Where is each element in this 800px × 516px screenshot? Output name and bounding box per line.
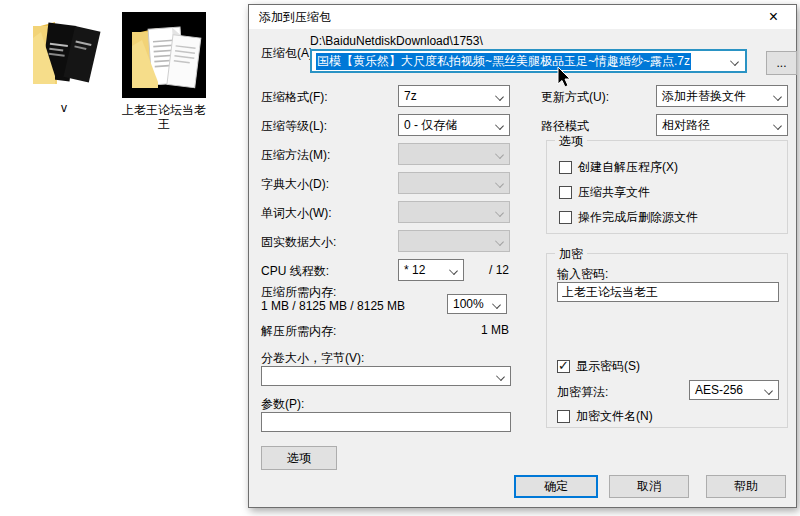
help-button[interactable]: 帮助 [706,475,786,498]
cancel-button[interactable]: 取消 [609,475,689,498]
checkbox-show-password[interactable]: 显示密码(S) [557,358,640,375]
options-group: 选项 创建自解压程序(X) 压缩共享文件 操作完成后删除源文件 [546,140,788,234]
parameters-input[interactable] [261,412,511,432]
desktop-icon-laowang[interactable]: 上老王论坛当老王 [119,12,209,131]
dialog-title: 添加到压缩包 [249,9,331,26]
checkbox-icon[interactable] [557,360,570,373]
close-icon[interactable]: × [751,5,796,29]
folder-icon [122,12,206,98]
checkbox-label: 显示密码(S) [576,358,640,375]
chevron-down-icon [495,179,504,188]
format-value: 7z [404,89,417,103]
chevron-down-icon [495,121,504,130]
memory-compress-detail: 1 MB / 8125 MB / 8125 MB [261,299,405,313]
update-mode-value: 添加并替换文件 [662,89,746,103]
dictionary-combobox [398,172,510,194]
format-combobox[interactable]: 7z [398,85,510,107]
cpu-threads-combobox[interactable]: * 12 [398,259,464,281]
solid-block-label: 固实数据大小: [261,234,336,251]
memory-decompress-label: 解压所需内存: [261,323,336,340]
encryption-method-label: 加密算法: [557,384,608,401]
chevron-down-icon [496,372,505,381]
chevron-down-icon [492,300,501,309]
archive-filename-selected: 国模【黄乐然】大尺度私拍视频~黑丝美腿极品玉足~情趣婚纱~露点.7z [316,53,691,70]
desktop-icon-v[interactable]: v [22,14,106,115]
level-value: 0 - 仅存储 [404,118,457,132]
path-mode-combobox[interactable]: 相对路径 [656,114,788,136]
checkbox-label: 加密文件名(N) [576,408,653,425]
update-mode-label: 更新方式(U): [541,89,609,106]
checkbox-create-sfx[interactable]: 创建自解压程序(X) [559,159,678,176]
method-combobox [398,143,510,165]
volume-size-label: 分卷大小，字节(V): [261,350,364,367]
memory-percent-value: 100% [453,297,484,311]
password-label: 输入密码: [557,266,608,283]
encryption-method-value: AES-256 [695,383,743,397]
level-combobox[interactable]: 0 - 仅存储 [398,114,510,136]
checkbox-delete-after[interactable]: 操作完成后删除源文件 [559,209,698,226]
encryption-method-combobox[interactable]: AES-256 [689,380,779,400]
chevron-down-icon [495,92,504,101]
chevron-down-icon [773,121,782,130]
path-mode-value: 相对路径 [662,118,710,132]
checkbox-icon[interactable] [559,211,572,224]
word-size-combobox [398,201,510,223]
chevron-down-icon [764,386,773,395]
checkbox-label: 创建自解压程序(X) [578,159,678,176]
chevron-down-icon [773,92,782,101]
dialog-titlebar[interactable]: 添加到压缩包 × [249,5,796,29]
parameters-label: 参数(P): [261,396,304,413]
add-to-archive-dialog: 添加到压缩包 × 压缩包(A) D:\BaiduNetdiskDownload\… [248,4,797,508]
chevron-down-icon[interactable] [730,57,739,66]
icon-label: 上老王论坛当老王 [119,103,209,131]
level-label: 压缩等级(L): [261,118,327,135]
checkbox-label: 压缩共享文件 [578,184,650,201]
checkbox-encrypt-names[interactable]: 加密文件名(N) [557,408,653,425]
encryption-group-title: 加密 [555,246,587,263]
memory-decompress-value: 1 MB [447,323,509,337]
solid-block-combobox [398,230,510,252]
chevron-down-icon [495,208,504,217]
method-label: 压缩方法(M): [261,147,330,164]
update-mode-combobox[interactable]: 添加并替换文件 [656,85,788,107]
desktop: v [0,0,800,516]
cpu-threads-label: CPU 线程数: [261,263,329,280]
volume-size-combobox[interactable] [261,366,511,386]
format-label: 压缩格式(F): [261,89,328,106]
icon-label: v [22,101,106,115]
password-input[interactable] [557,282,779,302]
archive-label: 压缩包(A) [261,45,313,62]
checkbox-icon[interactable] [559,186,572,199]
chevron-down-icon [495,150,504,159]
chevron-down-icon [495,237,504,246]
archive-name-combobox[interactable]: 国模【黄乐然】大尺度私拍视频~黑丝美腿极品玉足~情趣婚纱~露点.7z [310,49,747,73]
options-group-title: 选项 [555,133,587,150]
cpu-threads-total: / 12 [489,263,509,277]
chevron-down-icon [449,266,458,275]
checkbox-icon[interactable] [557,410,570,423]
memory-percent-combobox[interactable]: 100% [447,294,507,314]
archive-path: D:\BaiduNetdiskDownload\1753\ [310,34,483,48]
options-button[interactable]: 选项 [261,446,337,470]
word-size-label: 单词大小(W): [261,205,332,222]
browse-button[interactable]: ... [766,51,797,75]
checkbox-icon[interactable] [559,161,572,174]
folder-icon [25,14,103,96]
checkbox-shared-files[interactable]: 压缩共享文件 [559,184,650,201]
checkbox-label: 操作完成后删除源文件 [578,209,698,226]
ok-button[interactable]: 确定 [514,475,598,498]
encryption-group: 加密 输入密码: 显示密码(S) 加密算法: AES-256 加密文件名(N) [546,253,788,428]
cpu-threads-value: * 12 [404,263,425,277]
dictionary-label: 字典大小(D): [261,176,329,193]
